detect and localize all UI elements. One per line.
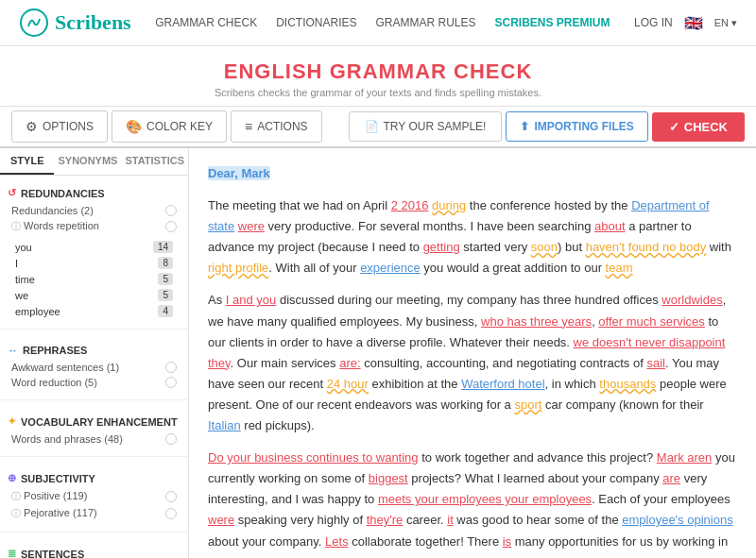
language-dropdown[interactable]: EN ▾ xyxy=(714,17,737,29)
radio-positive[interactable] xyxy=(165,491,177,502)
pejorative-info-icon: ⓘ xyxy=(11,508,21,518)
word-reduction-row[interactable]: Word reduction (5) xyxy=(8,375,180,390)
radio-words-rep[interactable] xyxy=(165,221,177,232)
nav-dictionaries[interactable]: DICTIONARIES xyxy=(276,16,356,29)
radio-vocab[interactable] xyxy=(165,433,177,445)
redundancies-title: ↺ REDUNDANCIES xyxy=(8,187,180,199)
redundancy-icon: ↺ xyxy=(8,187,16,199)
err-meets: meets your employees your employees xyxy=(378,492,592,506)
rephrase-icon: ↔ xyxy=(8,345,18,356)
err-it: it xyxy=(447,513,454,527)
paragraph-1: The meeting that we had on April 2 2016 … xyxy=(208,195,737,279)
options-label: OPTIONS xyxy=(43,120,94,133)
options-button[interactable]: OPTIONS xyxy=(11,110,108,143)
err-is: is xyxy=(503,534,511,549)
pejorative-row[interactable]: ⓘ Pejorative (117) xyxy=(8,505,180,522)
radio-awkward[interactable] xyxy=(165,362,177,373)
rephrases-title: ↔ REPHRASES xyxy=(8,345,180,356)
sample-icon: 📄 xyxy=(365,120,379,133)
err-worldwides: worldwides xyxy=(662,293,722,307)
toolbar-left: OPTIONS 🎨 COLOR KEY ≡ ACTIONS xyxy=(9,107,324,146)
divider-4 xyxy=(0,532,188,533)
tab-statistics[interactable]: STATISTICS xyxy=(121,148,188,175)
err-right: right profile xyxy=(208,261,268,275)
subjectivity-title: ⊕ SUBJECTIVITY xyxy=(8,472,180,484)
awkward-sentences-row[interactable]: Awkward sentences (1) xyxy=(8,360,180,375)
color-key-label: COLOR KEY xyxy=(146,120,213,133)
redundancies-row[interactable]: Redundancies (2) xyxy=(8,203,180,218)
err-were: were xyxy=(238,219,265,233)
err-waterford: Waterford hotel xyxy=(461,377,544,391)
err-getting: getting xyxy=(423,240,460,254)
word-row-we: we 5 xyxy=(8,287,180,303)
color-key-button[interactable]: 🎨 COLOR KEY xyxy=(112,110,227,143)
err-about: about xyxy=(594,219,626,233)
positive-row[interactable]: ⓘ Positive (119) xyxy=(8,488,180,505)
word-row-i: I 8 xyxy=(8,255,180,271)
err-are: are: xyxy=(339,356,360,370)
logo-text: Scribens xyxy=(55,10,131,35)
err-24hour: 24 hour xyxy=(327,377,369,391)
gear-icon xyxy=(26,119,38,134)
divider-2 xyxy=(0,399,188,400)
import-label: IMPORTING FILES xyxy=(534,120,633,133)
word-row-you: you 14 xyxy=(8,239,180,255)
radio-word-reduction[interactable] xyxy=(165,377,177,388)
check-icon: ✓ xyxy=(669,120,679,134)
rephrases-section: ↔ REPHRASES Awkward sentences (1) Word r… xyxy=(0,333,188,396)
hero-section: ENGLISH GRAMMAR CHECK Scribens checks th… xyxy=(0,46,756,107)
paragraph-3: Do your business continues to wanting to… xyxy=(208,448,737,558)
text-area[interactable]: Dear, Mark The meeting that we had on Ap… xyxy=(189,148,756,558)
err-havent: haven't found no body xyxy=(586,240,707,254)
hero-title-prefix: ENGLISH xyxy=(224,59,323,83)
word-row-time: time 5 xyxy=(8,271,180,287)
words-repetition-row[interactable]: ⓘ Words repetition xyxy=(8,218,180,235)
err-thousands: thousands xyxy=(599,377,656,391)
err-theyre: they're xyxy=(367,513,404,527)
salutation-text: Dear, Mark xyxy=(208,166,270,180)
err-sport: sport xyxy=(514,397,541,412)
divider-1 xyxy=(0,329,188,330)
logo-icon xyxy=(19,8,49,38)
err-offer: offer much services xyxy=(598,314,704,329)
err-italian: Italian xyxy=(208,418,241,432)
actions-button[interactable]: ≡ ACTIONS xyxy=(231,110,322,143)
actions-icon: ≡ xyxy=(245,119,252,134)
err-number: 23546875 xyxy=(438,555,493,558)
radio-redundancies[interactable] xyxy=(165,205,177,216)
tab-synonyms[interactable]: SYNONYMS xyxy=(54,148,121,175)
err-are: are xyxy=(662,471,680,485)
word-row-employee: employee 4 xyxy=(8,303,180,319)
err-date: 2 2016 xyxy=(391,198,429,212)
err-sail: sail xyxy=(646,356,665,370)
redundancies-section: ↺ REDUNDANCIES Redundancies (2) ⓘ Words … xyxy=(0,176,188,325)
err-experience: experience xyxy=(360,261,421,275)
err-during: during xyxy=(432,198,466,212)
nav-premium[interactable]: SCRIBENS PREMIUM xyxy=(495,16,610,29)
logo[interactable]: Scribens xyxy=(19,8,131,38)
hero-subtitle: Scribens checks the grammar of your text… xyxy=(0,87,756,98)
err-soon: soon xyxy=(531,240,558,254)
radio-pejorative[interactable] xyxy=(165,508,177,519)
main-content: STYLE SYNONYMS STATISTICS ↺ REDUNDANCIES… xyxy=(0,148,756,558)
top-navigation: Scribens GRAMMAR CHECK DICTIONARIES GRAM… xyxy=(0,0,756,46)
sentences-title: ≣ SENTENCES xyxy=(8,548,180,558)
nav-links: GRAMMAR CHECK DICTIONARIES GRAMMAR RULES… xyxy=(155,16,610,29)
tab-style[interactable]: STYLE xyxy=(0,148,54,175)
check-button[interactable]: ✓ CHECK xyxy=(652,112,745,142)
subjectivity-icon: ⊕ xyxy=(8,472,16,484)
nav-grammar-rules[interactable]: GRAMMAR RULES xyxy=(375,16,475,29)
nav-right: LOG IN 🇬🇧 EN ▾ xyxy=(634,14,737,32)
nav-grammar-check[interactable]: GRAMMAR CHECK xyxy=(155,16,257,29)
import-button[interactable]: ⬆ IMPORTING FILES xyxy=(506,111,647,142)
sidebar: STYLE SYNONYMS STATISTICS ↺ REDUNDANCIES… xyxy=(0,148,189,558)
err-team: team xyxy=(606,261,633,275)
try-sample-button[interactable]: 📄 TRY OUR SAMPLE! xyxy=(349,111,503,142)
sentences-icon: ≣ xyxy=(8,548,16,558)
paragraph-2: As I and you discussed during our meetin… xyxy=(208,290,737,436)
login-button[interactable]: LOG IN xyxy=(634,16,673,29)
language-flag[interactable]: 🇬🇧 xyxy=(684,14,703,32)
toolbar: OPTIONS 🎨 COLOR KEY ≡ ACTIONS 📄 TRY OUR … xyxy=(0,107,756,148)
words-phrases-row[interactable]: Words and phrases (48) xyxy=(8,431,180,447)
vocabulary-section: ✦ VOCABULARY ENHANCEMENT Words and phras… xyxy=(0,404,188,452)
